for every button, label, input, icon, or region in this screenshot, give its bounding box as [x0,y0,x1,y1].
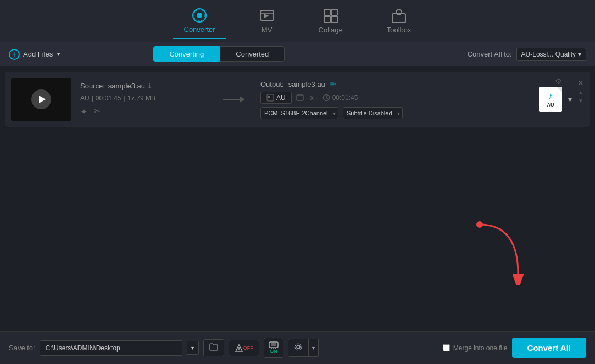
output-settings-icon[interactable]: ⚙ [555,77,562,86]
output-header: Output: sample3.au ✏ [260,80,528,88]
file-duration: 00:01:45 [96,94,121,102]
speed-boost-button[interactable]: OFF [229,340,259,356]
merge-checkbox[interactable] [443,344,450,351]
toolbox-icon [391,8,407,24]
svg-point-1 [197,13,202,18]
svg-rect-7 [324,16,330,23]
nav-converter[interactable]: Converter [173,3,226,39]
converting-tab[interactable]: Converting [153,46,220,62]
save-to-label: Save to: [9,344,35,352]
svg-rect-24 [271,343,276,346]
svg-point-20 [476,221,483,228]
svg-rect-15 [297,95,303,100]
add-files-button[interactable]: + Add Files [9,49,53,60]
cursor-arrow-decoration [474,219,529,287]
nav-toolbox-label: Toolbox [387,26,412,34]
nav-collage-label: Collage [319,26,343,34]
plus-icon: + [9,49,20,60]
output-section: Output: sample3.au ✏ AU --x-- 00:01:45 [254,76,535,122]
output-controls: AU --x-- 00:01:45 [260,92,528,104]
nav-collage[interactable]: Collage [308,4,354,38]
convert-all-select[interactable]: AU-Lossl... Quality ▾ [516,48,586,61]
output-format: AU [260,92,292,104]
output-duration: 00:01:45 [322,94,358,102]
save-path-dropdown[interactable]: ▾ [187,341,199,355]
collage-icon [323,8,338,24]
on-label: ON [270,349,277,355]
merge-label: Merge into one file [453,344,508,352]
add-files-label: Add Files [23,50,53,58]
source-label: Source: [80,82,105,90]
svg-rect-8 [331,16,337,23]
conversion-tabs: Converting Converted [153,46,285,62]
format-dropdown-arrow[interactable]: ▾ [568,95,572,104]
edit-icon[interactable]: ✏ [330,80,336,88]
output-filename: sample3.au [288,80,325,88]
audio-codec-wrapper: PCM_S16BE-2Channel [260,107,338,119]
convert-all-select-arrow: ▾ [578,51,581,58]
nav-converter-label: Converter [184,25,215,33]
content-area: Source: sample3.au ℹ AU | 00:01:45 | 17.… [0,66,595,331]
convert-arrow [214,93,254,106]
top-navigation: Converter MV Collage [0,0,595,42]
file-meta: AU | 00:01:45 | 17.79 MB [80,94,205,102]
settings-dropdown[interactable]: ▾ [309,339,319,357]
convert-all-select-value: AU-Lossl... Quality [521,51,576,58]
speed-off-label: OFF [243,345,253,351]
svg-rect-5 [324,9,330,15]
au-file-icon: ♪ AU [539,87,562,112]
converted-tab[interactable]: Converted [220,46,285,62]
hardware-accel-button[interactable]: ON [264,338,283,358]
add-files-dropdown[interactable]: ▾ [57,51,60,57]
convert-all-to-section: Convert All to: AU-Lossl... Quality ▾ [468,48,586,61]
subtitle-select[interactable]: Subtitle Disabled [343,107,403,119]
source-filename: sample3.au [108,82,145,90]
music-note-icon: ♪ [548,91,553,101]
file-thumbnail[interactable] [11,78,71,121]
move-up-button[interactable]: ▲ [578,89,583,96]
output-format-label: AU [276,94,286,102]
nav-mv[interactable]: MV [248,4,286,38]
output-duration-value: 00:01:45 [332,94,358,102]
subtitle-wrapper: Subtitle Disabled [343,107,403,119]
output-res-value: --x-- [306,94,318,102]
move-down-button[interactable]: ▼ [578,98,583,104]
output-resolution: --x-- [296,94,318,102]
svg-marker-12 [240,96,245,103]
au-file-icon-wrapper[interactable]: ⚙ ♪ AU ▾ [539,87,562,112]
merge-checkbox-section: Merge into one file [443,344,508,352]
open-folder-button[interactable] [203,339,224,356]
bottom-bar: Save to: ▾ OFF ON ▾ Merge into one file … [0,331,595,364]
audio-codec-select[interactable]: PCM_S16BE-2Channel [260,107,338,119]
svg-rect-10 [397,13,401,15]
output-label: Output: [260,80,284,88]
svg-line-18 [326,98,328,99]
svg-rect-14 [268,96,270,98]
settings-wrapper: ▾ [288,339,319,357]
sparkle-icon[interactable]: ✦ [80,107,87,117]
svg-rect-6 [331,9,337,15]
svg-point-28 [297,345,300,349]
output-dropdowns: PCM_S16BE-2Channel Subtitle Disabled [260,107,528,119]
source-info: Source: sample3.au ℹ [80,82,205,90]
settings-button[interactable] [288,339,309,357]
info-icon[interactable]: ℹ [148,82,151,89]
convert-all-to-label: Convert All to: [468,50,512,58]
cut-icon[interactable]: ✂ [94,107,101,117]
close-item-button[interactable]: ✕ [577,79,584,87]
save-path-input[interactable] [40,340,182,356]
nav-toolbox[interactable]: Toolbox [376,4,422,38]
mv-icon [259,8,275,24]
nav-mv-label: MV [262,26,273,34]
file-format: AU [80,94,90,102]
play-button[interactable] [31,89,51,109]
file-size: 17.79 MB [127,94,155,102]
au-label: AU [547,102,554,108]
file-item: Source: sample3.au ℹ AU | 00:01:45 | 17.… [5,72,590,127]
file-info: Source: sample3.au ℹ AU | 00:01:45 | 17.… [71,79,214,120]
converter-icon [192,8,207,23]
file-actions: ✦ ✂ [80,107,205,117]
convert-all-button[interactable]: Convert All [512,338,586,358]
toolbar: + Add Files ▾ Converting Converted Conve… [0,42,595,66]
svg-point-29 [295,344,302,350]
